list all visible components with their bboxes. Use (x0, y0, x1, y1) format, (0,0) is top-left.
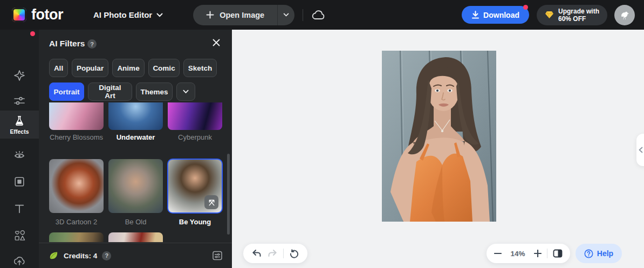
filter-thumb-cyberpunk[interactable] (168, 102, 222, 130)
sidebar-item-effects[interactable]: Effects (0, 111, 39, 139)
sidebar-item-elements[interactable] (0, 224, 39, 246)
plus-icon (206, 11, 214, 19)
open-image-dropdown-button[interactable] (277, 5, 294, 25)
filter-thumb-partial-2[interactable] (108, 232, 163, 242)
compare-button[interactable] (553, 249, 563, 258)
question-circle-icon (584, 249, 593, 258)
shuffle-icon (208, 198, 216, 207)
adjust-sliders-icon (13, 94, 26, 107)
elements-shapes-icon (13, 229, 26, 242)
filter-thumb-3d-cartoon-2[interactable] (49, 159, 104, 213)
fotor-logo-icon (12, 8, 26, 22)
undo-icon (252, 249, 262, 258)
open-image-button[interactable]: Open Image (193, 5, 277, 25)
right-panel-collapse-handle[interactable] (636, 134, 644, 166)
reset-icon (290, 249, 299, 258)
redo-icon (268, 249, 277, 258)
fotor-wordmark: fotor (31, 6, 63, 23)
fotor-logo[interactable]: fotor (12, 6, 63, 23)
frame-icon (13, 176, 25, 188)
sidebar-item-label: Effects (10, 128, 29, 135)
sidebar-item-adjust[interactable] (0, 90, 39, 112)
chevron-left-icon (639, 147, 643, 153)
avatar[interactable] (614, 5, 635, 25)
filter-thumb-underwater[interactable] (108, 102, 163, 130)
more-categories-button[interactable] (176, 83, 195, 101)
help-label: Help (597, 249, 613, 258)
beauty-eye-icon (13, 148, 26, 161)
upload-cloud-icon (13, 255, 26, 266)
close-icon (212, 38, 221, 47)
upgrade-label: Upgrade with60% OFF (558, 8, 599, 23)
portrait-photo (382, 51, 496, 222)
ai-filters-panel: AI Filters ? All Popular Anime Comic Ske… (39, 30, 232, 268)
category-chip-themes[interactable]: Themes (136, 83, 173, 101)
filter-thumb-be-young[interactable] (167, 159, 223, 214)
category-chip-sketch[interactable]: Sketch (183, 59, 217, 77)
history-toolbar (243, 244, 307, 263)
sidebar-item-upload[interactable] (0, 250, 39, 268)
panel-close-button[interactable] (212, 38, 221, 47)
panel-sliders-icon (212, 250, 223, 261)
canvas-area: 14% Help (232, 30, 644, 268)
reset-button[interactable] (290, 249, 299, 258)
compare-split-icon (553, 249, 563, 258)
topbar-right: Download Upgrade with60% OFF (462, 5, 644, 25)
category-chip-digital-art[interactable]: Digital Art (88, 83, 132, 101)
download-button[interactable]: Download (462, 6, 529, 24)
undo-button[interactable] (252, 249, 262, 258)
topbar: fotor AI Photo Editor Open Image Downloa… (0, 0, 644, 30)
tool-switcher[interactable]: AI Photo Editor (93, 10, 163, 19)
zoom-out-button[interactable] (494, 252, 502, 255)
sidebar-item-beauty[interactable] (0, 144, 39, 166)
zoom-level[interactable]: 14% (507, 250, 529, 258)
filter-label[interactable]: Cyberpunk (168, 133, 222, 142)
filter-thumb-partial-1[interactable] (49, 232, 104, 242)
panel-title: AI Filters (49, 39, 85, 49)
credits-bar: Credits: 4 ? (39, 243, 232, 268)
sidebar-item-ai-tools[interactable] (0, 65, 39, 87)
variation-badge[interactable] (204, 195, 218, 209)
filter-label[interactable]: 3D Cartoon 2 (49, 217, 104, 226)
open-image-group: Open Image (193, 5, 294, 25)
cloud-sync-button[interactable] (311, 10, 326, 20)
zoom-toolbar: 14% (487, 244, 570, 263)
category-chip-comic[interactable]: Comic (148, 59, 180, 77)
panel-help-icon[interactable]: ? (87, 39, 97, 49)
chevron-down-icon (283, 13, 289, 17)
filter-thumb-cherry-blossoms[interactable] (49, 102, 104, 130)
tool-name: AI Photo Editor (93, 10, 152, 19)
sidebar-notification-dot (30, 31, 35, 36)
chevron-down-icon (156, 13, 163, 17)
topbar-divider (303, 9, 303, 21)
filter-settings-button[interactable] (212, 250, 223, 261)
bird-avatar-icon (619, 9, 631, 20)
sidebar-item-frames[interactable] (0, 171, 39, 193)
download-icon (471, 11, 479, 19)
sidebar-item-text[interactable] (0, 198, 39, 219)
credits-help-icon[interactable]: ? (102, 251, 111, 260)
toolbar-divider (283, 249, 284, 258)
filter-label[interactable]: Be Young (168, 217, 222, 226)
text-icon (13, 203, 25, 215)
plus-icon (534, 250, 542, 257)
category-chip-popular[interactable]: Popular (72, 59, 108, 77)
panel-scrollbar[interactable] (227, 154, 230, 235)
upgrade-button[interactable]: Upgrade with60% OFF (537, 5, 607, 25)
chevron-down-icon (183, 90, 189, 94)
zoom-in-button[interactable] (534, 250, 542, 257)
canvas-photo[interactable] (382, 51, 496, 222)
redo-button[interactable] (268, 249, 277, 258)
category-chip-all[interactable]: All (49, 59, 68, 77)
help-button[interactable]: Help (576, 244, 622, 263)
filter-label[interactable]: Be Old (108, 217, 163, 226)
category-chip-portrait[interactable]: Portrait (49, 83, 84, 101)
filter-label[interactable]: Cherry Blossoms (49, 133, 104, 142)
filter-label[interactable]: Underwater (108, 133, 163, 142)
notification-dot (523, 5, 528, 10)
sidebar: Effects (0, 30, 39, 268)
filter-thumb-be-old[interactable] (108, 159, 163, 213)
gem-icon (545, 11, 554, 19)
category-chip-anime[interactable]: Anime (112, 59, 145, 77)
effects-flask-icon (13, 115, 25, 127)
